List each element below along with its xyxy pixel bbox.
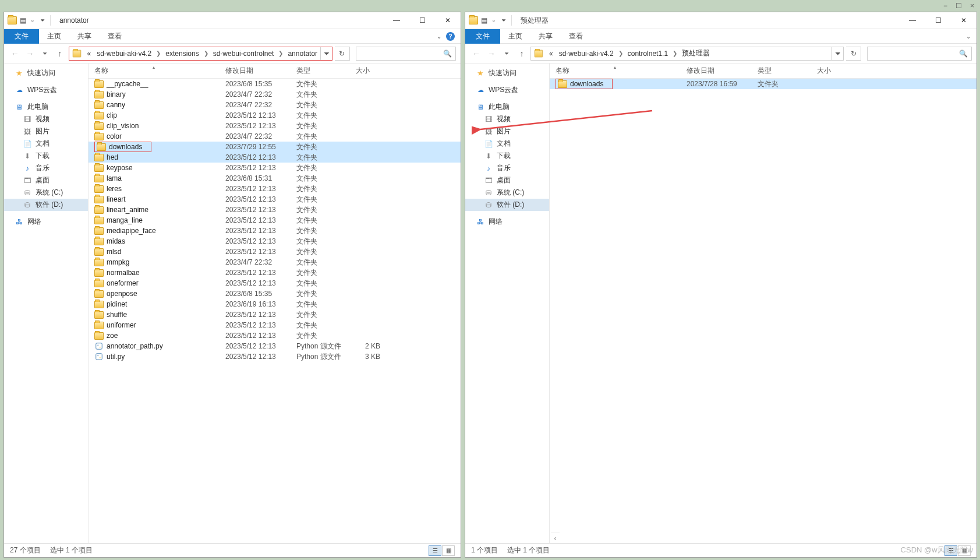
nav-history-button[interactable]: ⏷ <box>500 47 513 60</box>
chevron-right-icon[interactable]: ❯ <box>154 50 162 57</box>
address-dropdown-button[interactable]: ⏷ <box>832 47 843 60</box>
col-date[interactable]: 修改日期 <box>220 66 291 76</box>
nav-back-button[interactable]: ← <box>9 47 22 60</box>
file-row[interactable]: lineart2023/5/12 12:13文件夹 <box>89 194 461 205</box>
file-row[interactable]: canny2023/4/7 22:32文件夹 <box>89 100 461 110</box>
file-name-cell[interactable]: uniformer <box>89 321 220 329</box>
file-row[interactable]: pidinet2023/6/19 16:13文件夹 <box>89 299 461 309</box>
scroll-left-button[interactable]: ‹ <box>551 533 560 543</box>
nav-quick-access[interactable]: ★快速访问 <box>4 67 88 79</box>
file-row[interactable]: util.py2023/5/12 12:13Python 源文件3 KB <box>89 351 461 362</box>
view-icons-button[interactable]: ▦ <box>442 545 455 556</box>
file-row[interactable]: mediapipe_face2023/5/12 12:13文件夹 <box>89 226 461 236</box>
file-name-cell[interactable]: hed <box>89 153 220 161</box>
outer-maximize-button[interactable]: ☐ <box>952 1 965 10</box>
file-row[interactable]: normalbae2023/5/12 12:13文件夹 <box>89 267 461 278</box>
nav-network[interactable]: 🖧网络 <box>4 216 88 228</box>
nav-desktop[interactable]: 🗔桌面 <box>465 174 549 186</box>
nav-wps-cloud[interactable]: ☁WPS云盘 <box>465 84 549 96</box>
file-row[interactable]: oneformer2023/5/12 12:13文件夹 <box>89 278 461 288</box>
file-row[interactable]: manga_line2023/5/12 12:13文件夹 <box>89 215 461 226</box>
file-name-cell[interactable]: shuffle <box>89 311 220 319</box>
file-list[interactable]: __pycache__2023/6/8 15:35文件夹binary2023/4… <box>89 79 461 543</box>
chevron-right-icon[interactable]: ❯ <box>671 50 679 57</box>
minimize-button[interactable]: — <box>900 12 925 29</box>
view-details-button[interactable]: ☰ <box>429 545 441 556</box>
col-name[interactable]: 名称▴ <box>89 66 220 76</box>
file-list[interactable]: downloads2023/7/28 16:59文件夹 <box>550 79 977 533</box>
col-size[interactable]: 大小 <box>811 66 846 76</box>
nav-this-pc[interactable]: 🖥此电脑 <box>4 101 88 113</box>
expand-ribbon-icon[interactable]: ⌄ <box>966 33 971 40</box>
nav-forward-button[interactable]: → <box>24 47 37 60</box>
nav-this-pc[interactable]: 🖥此电脑 <box>465 101 549 113</box>
titlebar[interactable]: ▤ ▫ ⏷ 预处理器 — ☐ ✕ <box>465 12 977 29</box>
search-input[interactable]: 🔍 <box>356 47 456 61</box>
file-name-cell[interactable]: zoe <box>89 332 220 340</box>
file-name-cell[interactable]: mlsd <box>89 248 220 256</box>
col-type[interactable]: 类型 <box>752 66 811 76</box>
nav-music[interactable]: ♪音乐 <box>465 162 549 174</box>
file-name-cell[interactable]: openpose <box>89 290 220 298</box>
file-row[interactable]: downloads2023/7/29 12:55文件夹 <box>89 142 461 152</box>
col-date[interactable]: 修改日期 <box>681 66 752 76</box>
file-name-cell[interactable]: canny <box>89 101 220 109</box>
file-row[interactable]: clip2023/5/12 12:13文件夹 <box>89 110 461 121</box>
file-name-cell[interactable]: lama <box>89 174 220 182</box>
nav-drive-d[interactable]: ⛁软件 (D:) <box>4 199 88 211</box>
chevron-right-icon[interactable]: ❯ <box>277 50 285 57</box>
file-row[interactable]: zoe2023/5/12 12:13文件夹 <box>89 330 461 341</box>
file-name-cell[interactable]: downloads <box>550 79 681 89</box>
file-row[interactable]: midas2023/5/12 12:13文件夹 <box>89 236 461 246</box>
chevron-right-icon[interactable]: ❯ <box>617 50 625 57</box>
address-dropdown-button[interactable]: ⏷ <box>320 47 332 60</box>
file-row[interactable]: downloads2023/7/28 16:59文件夹 <box>550 79 977 89</box>
file-name-cell[interactable]: color <box>89 132 220 140</box>
file-name-cell[interactable]: pidinet <box>89 300 220 308</box>
file-name-cell[interactable]: normalbae <box>89 269 220 277</box>
col-type[interactable]: 类型 <box>291 66 350 76</box>
file-row[interactable]: __pycache__2023/6/8 15:35文件夹 <box>89 79 461 89</box>
tab-home[interactable]: 主页 <box>39 29 69 44</box>
file-row[interactable]: color2023/4/7 22:32文件夹 <box>89 131 461 142</box>
qat-dropdown-icon[interactable]: ⏷ <box>38 16 47 24</box>
nav-forward-button[interactable]: → <box>485 47 498 60</box>
search-input[interactable]: 🔍 <box>867 47 972 61</box>
nav-desktop[interactable]: 🗔桌面 <box>4 174 88 186</box>
file-name-cell[interactable]: downloads <box>89 142 220 152</box>
file-name-cell[interactable]: keypose <box>89 164 220 172</box>
tab-view[interactable]: 查看 <box>561 29 591 44</box>
file-name-cell[interactable]: leres <box>89 185 220 193</box>
minimize-button[interactable]: — <box>384 12 409 29</box>
file-row[interactable]: lineart_anime2023/5/12 12:13文件夹 <box>89 205 461 215</box>
file-name-cell[interactable]: clip <box>89 111 220 119</box>
address-bar[interactable]: « sd-webui-aki-v4.2❯ extensions❯ sd-webu… <box>69 47 333 61</box>
file-row[interactable]: mlsd2023/5/12 12:13文件夹 <box>89 246 461 257</box>
nav-music[interactable]: ♪音乐 <box>4 162 88 174</box>
expand-ribbon-icon[interactable]: ⌄ <box>437 33 441 40</box>
file-row[interactable]: mmpkg2023/4/7 22:32文件夹 <box>89 257 461 267</box>
nav-drive-c[interactable]: ⛁系统 (C:) <box>4 186 88 199</box>
file-row[interactable]: openpose2023/6/8 15:35文件夹 <box>89 288 461 299</box>
file-name-cell[interactable]: manga_line <box>89 216 220 224</box>
file-name-cell[interactable]: clip_vision <box>89 122 220 130</box>
nav-back-button[interactable]: ← <box>470 47 483 60</box>
file-row[interactable]: keypose2023/5/12 12:13文件夹 <box>89 163 461 173</box>
view-icons-button[interactable]: ▦ <box>958 545 971 556</box>
maximize-button[interactable]: ☐ <box>409 12 435 29</box>
nav-drive-c[interactable]: ⛁系统 (C:) <box>465 186 549 199</box>
nav-video[interactable]: 🎞视频 <box>465 113 549 125</box>
file-name-cell[interactable]: midas <box>89 237 220 245</box>
col-name[interactable]: 名称▴ <box>550 66 681 76</box>
nav-up-button[interactable]: ↑ <box>515 47 528 60</box>
properties-icon[interactable]: ▤ <box>19 16 27 24</box>
nav-history-button[interactable]: ⏷ <box>38 47 51 60</box>
nav-downloads[interactable]: ⬇下载 <box>4 150 88 162</box>
close-button[interactable]: ✕ <box>951 12 977 29</box>
file-row[interactable]: uniformer2023/5/12 12:13文件夹 <box>89 320 461 330</box>
view-details-button[interactable]: ☰ <box>944 545 957 556</box>
tab-view[interactable]: 查看 <box>100 29 130 44</box>
outer-close-button[interactable]: × <box>965 1 979 10</box>
nav-wps-cloud[interactable]: ☁WPS云盘 <box>4 84 88 96</box>
file-name-cell[interactable]: __pycache__ <box>89 80 220 88</box>
